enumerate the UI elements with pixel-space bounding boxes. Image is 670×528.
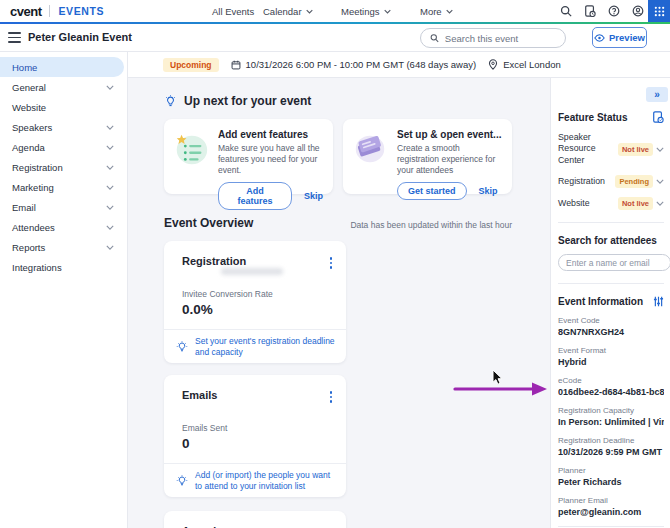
card-title: Registration — [182, 255, 246, 267]
attendee-search-box[interactable] — [558, 254, 670, 271]
nav-calendar[interactable]: Calendar — [263, 0, 313, 22]
status-badge-upcoming: Upcoming — [163, 58, 219, 72]
get-started-button[interactable]: Get started — [397, 182, 467, 200]
chevron-down-icon — [106, 245, 114, 250]
nav-all-events[interactable]: All Events — [212, 0, 254, 22]
data-updated-note: Data has been updated within the last ho… — [350, 220, 512, 230]
metric-value: 0.0% — [182, 302, 346, 317]
info-field-event-code: Event Code 8GN7NRXGH24 — [558, 316, 664, 337]
attendee-search-input[interactable] — [566, 258, 663, 268]
card-description: Create a smooth registration experience … — [397, 143, 502, 176]
event-overview-title: Event Overview — [164, 216, 253, 230]
nav-more[interactable]: More — [420, 0, 453, 22]
chevron-down-icon[interactable] — [656, 201, 664, 206]
event-datetime: 10/31/2026 6:00 PM - 10:00 PM GMT (648 d… — [231, 59, 477, 70]
up-next-section-header: Up next for your event — [164, 94, 512, 108]
chevron-down-icon — [106, 125, 114, 130]
location-pin-icon — [488, 59, 498, 70]
divider — [558, 222, 664, 223]
card-title: Add event features — [218, 129, 323, 140]
overview-card-agenda: Agenda Total Sessions 1 Create your even… — [164, 511, 346, 528]
right-panel: » Feature Status Speaker Resource Center… — [550, 78, 670, 528]
event-location: Excel London — [488, 59, 561, 70]
event-search-box[interactable] — [420, 28, 566, 48]
chevron-down-icon[interactable] — [656, 147, 664, 152]
event-title: Peter Gleanin Event — [28, 31, 132, 43]
card-tip-link[interactable]: Set your event's registration deadline a… — [164, 329, 346, 363]
sidebar-item-registration[interactable]: Registration — [0, 157, 124, 177]
lightbulb-icon — [176, 341, 188, 353]
chevron-down-icon — [384, 9, 391, 14]
lightbulb-icon — [164, 95, 177, 108]
event-search-input[interactable] — [445, 33, 556, 44]
account-icon[interactable] — [632, 5, 644, 17]
up-next-title: Up next for your event — [184, 94, 311, 108]
collapse-panel-button[interactable]: » — [646, 87, 668, 102]
nav-meetings[interactable]: Meetings — [341, 0, 391, 22]
info-field-ecode: eCode 016dbee2-d684-4b81-bc8... — [558, 376, 664, 397]
sidebar-item-attendees[interactable]: Attendees — [0, 217, 124, 237]
cvent-logo: cvent — [10, 4, 41, 19]
kebab-menu-icon[interactable] — [328, 255, 335, 271]
chevron-down-icon — [106, 205, 114, 210]
add-features-button[interactable]: Add features — [218, 182, 292, 210]
eye-icon — [594, 34, 605, 42]
overview-card-registration: Registration Invitee Conversion Rate 0.0… — [164, 241, 346, 363]
chevron-down-icon — [306, 9, 313, 14]
hamburger-menu-icon[interactable] — [8, 32, 21, 43]
skip-button[interactable]: Skip — [304, 191, 323, 201]
blurred-text — [221, 268, 283, 275]
chevron-down-icon[interactable] — [656, 179, 664, 184]
sidebar-item-home[interactable]: Home — [0, 57, 124, 77]
search-attendees-title: Search for attendees — [558, 235, 664, 246]
status-badge: Pending — [615, 175, 653, 188]
recent-items-icon[interactable] — [584, 5, 596, 17]
left-sidebar: Home General Website Speakers Agenda Reg… — [0, 52, 128, 528]
sidebar-item-general[interactable]: General — [0, 77, 124, 97]
status-badge: Not live — [618, 197, 653, 210]
event-header-bar: Peter Gleanin Event Preview — [0, 24, 670, 52]
help-icon[interactable] — [608, 5, 620, 17]
chevron-down-icon — [106, 145, 114, 150]
divider — [558, 526, 664, 527]
chevron-down-icon — [106, 185, 114, 190]
app-grid-icon — [654, 6, 665, 17]
info-field-event-format: Event Format Hybrid — [558, 346, 664, 367]
sidebar-item-marketing[interactable]: Marketing — [0, 177, 124, 197]
feature-status-row-registration: Registration Pending — [558, 175, 664, 188]
card-description: Make sure you have all the features you … — [218, 143, 323, 176]
sidebar-item-website[interactable]: Website — [0, 97, 124, 117]
card-tip-link[interactable]: Add (or import) the people you want to a… — [164, 463, 346, 497]
sidebar-item-agenda[interactable]: Agenda — [0, 137, 124, 157]
skip-button[interactable]: Skip — [479, 186, 498, 196]
search-icon[interactable] — [560, 5, 572, 17]
preview-button[interactable]: Preview — [592, 27, 647, 48]
sidebar-item-integrations[interactable]: Integrations — [0, 257, 124, 277]
info-field-planner-email: Planner Email peter@gleanin.com — [558, 496, 664, 517]
up-next-card-add-features: Add event features Make sure you have al… — [164, 119, 333, 194]
product-name-events[interactable]: EVENTS — [58, 5, 104, 17]
metric-label: Invitee Conversion Rate — [182, 289, 346, 299]
sidebar-item-reports[interactable]: Reports — [0, 237, 124, 257]
feature-status-row-website: Website Not live — [558, 197, 664, 210]
customize-sliders-icon[interactable] — [653, 296, 664, 307]
feature-status-doc-icon[interactable] — [652, 111, 664, 123]
chevron-down-icon — [106, 165, 114, 170]
info-field-registration-deadline: Registration Deadline 10/31/2026 9:59 PM… — [558, 436, 664, 457]
info-field-planner: Planner Peter Richards — [558, 466, 664, 487]
features-illustration — [172, 129, 210, 167]
event-information-title: Event Information — [558, 296, 643, 307]
logo-divider — [49, 5, 50, 17]
brand-gradient-bar — [0, 22, 670, 24]
metric-value: 0 — [182, 436, 346, 451]
up-next-card-open-event: Set up & open event... Create a smooth r… — [343, 119, 512, 194]
app-launcher-button[interactable] — [648, 0, 670, 22]
info-field-registration-capacity: Registration Capacity In Person: Unlimit… — [558, 406, 664, 427]
lightbulb-icon — [176, 475, 188, 487]
status-badge: Not live — [618, 143, 653, 156]
sidebar-item-speakers[interactable]: Speakers — [0, 117, 124, 137]
card-title: Set up & open event... — [397, 129, 502, 140]
chevron-down-icon — [446, 9, 453, 14]
kebab-menu-icon[interactable] — [328, 389, 335, 405]
sidebar-item-email[interactable]: Email — [0, 197, 124, 217]
